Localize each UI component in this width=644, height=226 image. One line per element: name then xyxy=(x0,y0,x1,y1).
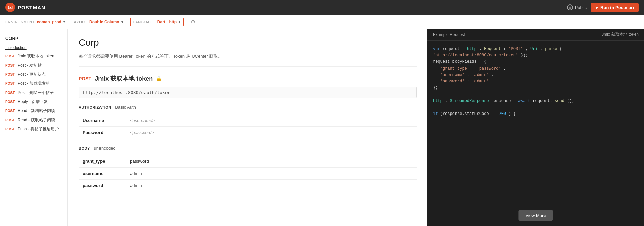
top-navigation: ✉ POSTMAN ⊕ Public ▶ Run in Postman xyxy=(0,0,644,15)
body-label: BODY xyxy=(79,146,90,150)
code-panel-header: Example Request Jmix 获取本地 token xyxy=(427,29,644,41)
auth-params-table: Username <username> Password <password> xyxy=(79,115,417,139)
sidebar: CORP Introduction POST Jmix 获取本地 token P… xyxy=(0,29,68,226)
code-line-8: if (response.statusCode == 200 ) { xyxy=(433,111,639,117)
param-value-password: <password> xyxy=(126,127,417,139)
sidebar-item-push-user[interactable]: POST Push - 将帖子推给用户 xyxy=(0,125,67,134)
param-value-password-field: admin xyxy=(126,180,417,192)
param-name-password: Password xyxy=(79,127,126,139)
code-line-5: 'password' : 'admin' xyxy=(433,78,639,85)
top-nav-right: ⊕ Public ▶ Run in Postman xyxy=(567,3,639,12)
code-line-4: 'username' : 'admin' , xyxy=(433,72,639,78)
param-value-grant-type: password xyxy=(126,155,417,168)
page-title: Corp xyxy=(79,37,417,48)
auth-section-header: AUTHORIZATION Basic Auth xyxy=(79,105,417,110)
api-url-bar: http://localhost:8080/oauth/token xyxy=(79,87,417,98)
public-label: Public xyxy=(575,5,587,10)
param-name-username: Username xyxy=(79,115,126,127)
environment-selector[interactable]: ENVIRONMENT coman_prod ▾ xyxy=(5,20,65,24)
lang-arrow-icon: ▾ xyxy=(179,20,180,24)
sidebar-item-introduction[interactable]: Introduction xyxy=(0,44,67,52)
main-layout: CORP Introduction POST Jmix 获取本地 token P… xyxy=(0,29,644,226)
method-badge-post: POST xyxy=(5,91,16,95)
settings-icon[interactable]: ⚙ xyxy=(191,19,195,25)
api-section: POST Jmix 获取本地 token 🔒 http://localhost:… xyxy=(79,75,417,192)
sidebar-item-post-new[interactable]: POST Post - 发新帖 xyxy=(0,61,67,70)
method-badge-post: POST xyxy=(5,73,16,76)
api-method-label: POST xyxy=(79,76,91,81)
param-name-username-field: username xyxy=(79,168,126,180)
code-line-6: }; xyxy=(433,85,639,91)
layout-selector[interactable]: LAYOUT Double Column ▾ xyxy=(72,20,123,24)
code-panel: Example Request Jmix 获取本地 token var requ… xyxy=(427,29,644,226)
sidebar-item-post-update[interactable]: POST Post - 更新状态 xyxy=(0,70,67,79)
layout-value: Double Column xyxy=(89,20,119,24)
auth-label: AUTHORIZATION xyxy=(79,105,111,109)
example-label: Example Request xyxy=(433,32,465,37)
lang-value: Dart - http xyxy=(157,20,177,24)
lang-label: LANGUAGE xyxy=(133,20,155,24)
play-icon: ▶ xyxy=(596,6,598,9)
env-label: ENVIRONMENT xyxy=(5,20,35,24)
toolbar: ENVIRONMENT coman_prod ▾ LAYOUT Double C… xyxy=(0,15,644,29)
method-badge-post: POST xyxy=(5,54,16,58)
sidebar-item-label: Introduction xyxy=(5,45,27,50)
method-badge-post: POST xyxy=(5,118,16,122)
method-badge-post: POST xyxy=(5,100,16,104)
sidebar-item-read-get[interactable]: POST Read - 获取帖子阅读 xyxy=(0,116,67,125)
layout-label: LAYOUT xyxy=(72,20,87,24)
table-row: Password <password> xyxy=(79,127,417,139)
postman-logo: ✉ POSTMAN xyxy=(5,3,45,12)
code-content: var request = http . Request ( 'POST' , … xyxy=(427,41,644,123)
sidebar-item-label: Post - 更新状态 xyxy=(18,72,46,77)
body-params-table: grant_type password username admin passw… xyxy=(79,155,417,192)
table-row: grant_type password xyxy=(79,155,417,168)
run-in-postman-button[interactable]: ▶ Run in Postman xyxy=(591,3,639,12)
example-name: Jmix 获取本地 token xyxy=(602,32,639,37)
postman-logo-text: POSTMAN xyxy=(18,5,45,10)
sidebar-item-post-mine[interactable]: POST Post - 加载我发的 xyxy=(0,79,67,88)
table-row: password admin xyxy=(79,180,417,192)
sidebar-item-post-delete[interactable]: POST Post - 删除一个帖子 xyxy=(0,88,67,97)
param-name-grant-type: grant_type xyxy=(79,155,126,168)
globe-icon: ⊕ xyxy=(567,4,573,10)
sidebar-item-label: Post - 发新帖 xyxy=(18,62,42,68)
method-badge-post: POST xyxy=(5,82,16,85)
sidebar-item-label: Post - 删除一个帖子 xyxy=(18,90,54,96)
method-badge-post: POST xyxy=(5,64,16,67)
code-line-1: var request = http . Request ( 'POST' , … xyxy=(433,46,639,59)
env-arrow-icon: ▾ xyxy=(63,20,65,24)
body-type: urlencoded xyxy=(94,146,115,151)
sidebar-item-jmix-token[interactable]: POST Jmix 获取本地 token xyxy=(0,52,67,61)
env-value: coman_prod xyxy=(37,20,61,24)
view-more-button[interactable]: View More xyxy=(518,210,553,221)
table-row: username admin xyxy=(79,168,417,180)
lock-icon: 🔒 xyxy=(156,76,162,81)
sidebar-item-label: Reply - 新增回复 xyxy=(18,99,48,105)
sidebar-item-reply-new[interactable]: POST Reply - 新增回复 xyxy=(0,97,67,106)
page-description: 每个请求都需要使用 Bearer Token 的方式验证。Token 从 UCe… xyxy=(79,53,417,67)
sidebar-item-label: Read - 新增帖子阅读 xyxy=(18,108,55,114)
api-endpoint-title: Jmix 获取本地 token xyxy=(95,75,153,83)
body-section-header: BODY urlencoded xyxy=(79,146,417,151)
sidebar-item-label: Post - 加载我发的 xyxy=(18,81,50,86)
content-area: Corp 每个请求都需要使用 Bearer Token 的方式验证。Token … xyxy=(68,29,427,226)
code-line-3: 'grant_type' : 'password' , xyxy=(433,66,639,72)
postman-logo-icon: ✉ xyxy=(5,3,15,12)
table-row: Username <username> xyxy=(79,115,417,127)
param-value-username: <username> xyxy=(126,115,417,127)
code-line-7: http . StreamedResponse response = await… xyxy=(433,98,639,104)
language-selector[interactable]: LANGUAGE Dart - http ▾ xyxy=(130,18,184,26)
sidebar-item-label: Jmix 获取本地 token xyxy=(18,53,54,59)
run-label: Run in Postman xyxy=(600,5,634,10)
code-line-2: request.bodyFields = { xyxy=(433,59,639,65)
sidebar-item-label: Read - 获取帖子阅读 xyxy=(18,117,55,123)
public-button[interactable]: ⊕ Public xyxy=(567,4,587,10)
method-badge-post: POST xyxy=(5,127,16,131)
param-value-username-field: admin xyxy=(126,168,417,180)
method-badge-post: POST xyxy=(5,109,16,113)
api-title: POST Jmix 获取本地 token 🔒 xyxy=(79,75,417,83)
auth-type: Basic Auth xyxy=(115,105,136,110)
layout-arrow-icon: ▾ xyxy=(121,20,123,24)
sidebar-item-read-new[interactable]: POST Read - 新增帖子阅读 xyxy=(0,106,67,116)
